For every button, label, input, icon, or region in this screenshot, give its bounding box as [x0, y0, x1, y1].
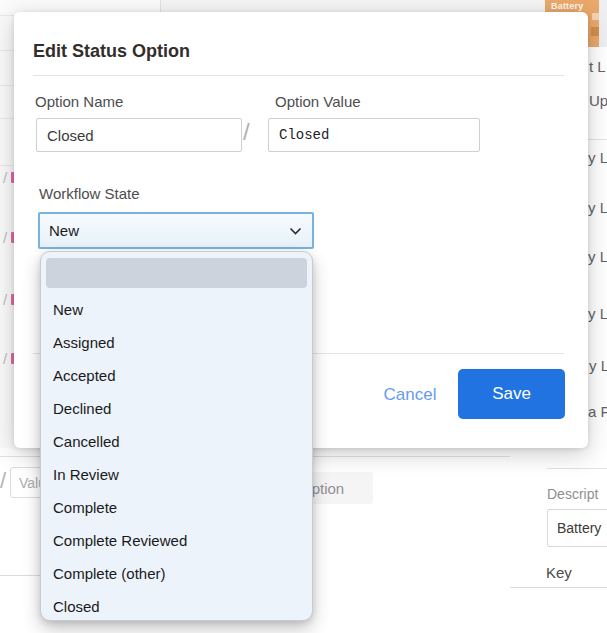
- dropdown-option[interactable]: Complete: [41, 491, 312, 524]
- bg-right-divider: [547, 468, 607, 469]
- clipped-label: y L: [588, 200, 607, 215]
- bg-row-slash: /: [3, 351, 7, 366]
- dropdown-option[interactable]: Accepted: [41, 359, 312, 392]
- dropdown-option[interactable]: Complete Reviewed: [41, 524, 312, 557]
- description-input[interactable]: [547, 509, 607, 547]
- option-name-label: Option Name: [35, 93, 123, 110]
- dropdown-option[interactable]: Assigned: [41, 326, 312, 359]
- dropdown-option-list: NewAssignedAcceptedDeclinedCancelledIn R…: [41, 293, 312, 623]
- bg-row-slash: /: [3, 292, 7, 307]
- bg-section-divider: [0, 575, 40, 576]
- cancel-button[interactable]: Cancel: [370, 378, 450, 412]
- clipped-label: y L: [588, 306, 607, 321]
- option-name-input[interactable]: [36, 118, 242, 152]
- save-button[interactable]: Save: [458, 369, 565, 419]
- bg-row-divider: [0, 85, 14, 86]
- clipped-label: y L: [588, 150, 607, 165]
- description-label: Descript: [547, 486, 598, 502]
- clipped-label: t L: [589, 59, 606, 74]
- clipped-label: y L: [588, 249, 607, 264]
- dropdown-option[interactable]: In Review: [41, 458, 312, 491]
- key-label: Key: [546, 564, 572, 581]
- dropdown-option-blank[interactable]: [46, 258, 307, 288]
- modal-title: Edit Status Option: [33, 41, 190, 62]
- dropdown-option[interactable]: Cancelled: [41, 425, 312, 458]
- bg-row-divider: [0, 50, 14, 51]
- name-value-separator: /: [243, 118, 250, 147]
- clipped-label: y L: [589, 358, 607, 373]
- bg-right-divider: [588, 139, 607, 140]
- page-corner-strip: [599, 0, 607, 47]
- bg-row-divider: [0, 15, 14, 16]
- workflow-state-selected-value: New: [49, 222, 79, 239]
- bg-row-slash: /: [3, 230, 7, 245]
- dropdown-option[interactable]: Declined: [41, 392, 312, 425]
- title-divider: [33, 75, 564, 76]
- page-top-strip-left: [0, 0, 161, 12]
- workflow-state-label: Workflow State: [39, 185, 140, 202]
- option-value-label: Option Value: [275, 93, 361, 110]
- dropdown-option[interactable]: Closed: [41, 590, 312, 623]
- bg-row-slash: /: [3, 170, 7, 185]
- chevron-down-icon: [289, 227, 302, 235]
- battery-card-title: Battery: [551, 1, 583, 11]
- clipped-label: a Fi: [588, 404, 607, 419]
- dropdown-option[interactable]: New: [41, 293, 312, 326]
- workflow-state-select[interactable]: New: [38, 212, 314, 249]
- clipped-label: Up: [589, 93, 607, 108]
- bg-row-divider: [0, 165, 14, 166]
- option-value-input[interactable]: [268, 118, 480, 152]
- bg-row-divider: [0, 118, 14, 119]
- bg-row-slash: /: [0, 470, 6, 492]
- workflow-state-dropdown: NewAssignedAcceptedDeclinedCancelledIn R…: [40, 251, 313, 621]
- bg-section-divider: [510, 587, 607, 588]
- page-root: / / / / Battery t L Up y L y L y L y L y…: [0, 0, 607, 633]
- dropdown-option[interactable]: Complete (other): [41, 557, 312, 590]
